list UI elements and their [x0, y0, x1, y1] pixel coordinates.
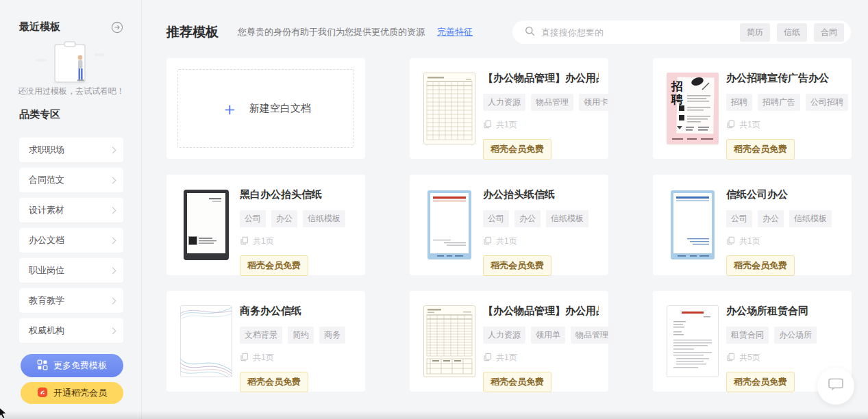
pages-count: 共1页: [253, 236, 274, 247]
template-card[interactable]: 【办公物品管理】办公用品… 人力资源物品管理领用卡 共1页 稻壳会员免费: [410, 58, 608, 159]
new-blank-document-card[interactable]: ＋ 新建空白文档: [166, 58, 365, 159]
template-pages: 共1页: [726, 236, 842, 247]
template-tag: 信纸模板: [303, 210, 345, 227]
template-card[interactable]: 【办公物品管理】办公用品… 人力资源领用单物品管理 共1页 稻壳会员免费: [410, 291, 608, 392]
template-pages: 共1页: [240, 352, 356, 364]
search-hot-tag[interactable]: 信纸: [777, 23, 807, 42]
chevron-right-icon: [110, 147, 116, 153]
plus-icon: ＋: [221, 100, 238, 118]
svg-text:招: 招: [671, 80, 683, 93]
category-list: 求职职场合同范文设计素材办公文档职业岗位教育教学权威机构: [19, 138, 123, 348]
pages-icon: [483, 353, 492, 364]
template-tag: 办公场所: [774, 327, 817, 344]
member-free-badge: 稻壳会员免费: [483, 139, 551, 160]
member-free-badge: 稻壳会员免费: [726, 255, 795, 276]
member-free-badge: 稻壳会员免费: [240, 255, 308, 276]
template-thumbnail: [180, 189, 232, 261]
template-card[interactable]: 商务办公信纸 文档背景简约商务 共1页 稻壳会员免费: [166, 291, 365, 392]
category-label: 设计素材: [29, 204, 64, 216]
sidebar: 最近模板 还没用过模板，去试试看吧！ 品类专区 求职职场合同范文设计素材办公文档…: [0, 0, 142, 419]
sidebar-category-item[interactable]: 职业岗位: [19, 258, 123, 283]
complete-profile-link[interactable]: 完善特征: [437, 26, 473, 38]
template-thumbnail: [667, 305, 719, 377]
recent-templates-title: 最近模板: [19, 21, 60, 34]
pages-count: 共1页: [253, 352, 274, 364]
template-tag: 公司: [240, 210, 266, 227]
pages-count: 共1页: [739, 119, 760, 131]
empty-clipboard-illustration: [34, 40, 107, 89]
search-hot-tag[interactable]: 简历: [740, 23, 770, 42]
template-tag: 办公: [271, 210, 297, 227]
template-pages: 共1页: [483, 236, 599, 247]
pages-count: 共1页: [496, 236, 517, 247]
sidebar-category-item[interactable]: 求职职场: [19, 138, 123, 162]
pages-icon: [726, 353, 735, 364]
template-title: 办公场所租赁合同: [726, 304, 842, 318]
chevron-right-icon: [110, 267, 116, 274]
category-section-title: 品类专区: [19, 108, 60, 121]
template-title: 【办公物品管理】办公用品…: [483, 304, 599, 318]
recent-templates-header: 最近模板: [19, 21, 123, 34]
new-blank-document-label: 新建空白文档: [249, 102, 311, 115]
search-hot-tags: 简历信纸合同: [740, 23, 844, 42]
pages-count: 共1页: [496, 352, 517, 364]
template-tags: 招聘招聘广告公司招聘: [726, 94, 842, 111]
template-card[interactable]: 黑白办公抬头信纸 公司办公信纸模板 共1页 稻壳会员免费: [166, 175, 365, 275]
customer-service-chat-button[interactable]: [817, 368, 854, 405]
member-free-badge: 稻壳会员免费: [726, 139, 795, 160]
search-input[interactable]: [541, 27, 740, 38]
category-label: 权威机构: [29, 325, 64, 337]
sidebar-category-item[interactable]: 教育教学: [19, 288, 123, 313]
category-label: 合同范文: [29, 174, 64, 186]
open-docer-membership-label: 开通稻壳会员: [53, 387, 107, 399]
template-thumbnail: [423, 73, 475, 144]
template-card[interactable]: 办公抬头纸信纸 公司办公信纸模板 共1页 稻壳会员免费: [410, 175, 608, 275]
template-thumbnail: [667, 189, 719, 261]
template-tag: 公司: [726, 210, 752, 227]
open-docer-membership-button[interactable]: 开通稻壳会员: [21, 382, 123, 404]
pages-count: 共1页: [496, 119, 517, 131]
search-bar[interactable]: 简历信纸合同: [512, 21, 851, 44]
template-grid: ＋ 新建空白文档 【办公物品管理】办公用品… 人力资源物品管理领用卡 共1页 稻…: [166, 58, 852, 392]
expand-arrow-icon[interactable]: [111, 21, 123, 34]
sidebar-category-item[interactable]: 合同范文: [19, 168, 123, 192]
template-card[interactable]: 信纸公司办公 公司办公信纸模板 共1页 稻壳会员免费: [653, 175, 852, 275]
category-label: 办公文档: [29, 234, 64, 246]
pages-icon: [240, 353, 249, 364]
new-blank-document-target[interactable]: ＋ 新建空白文档: [177, 69, 354, 148]
template-thumbnail: [423, 189, 475, 261]
category-label: 教育教学: [29, 294, 64, 307]
sidebar-category-item[interactable]: 办公文档: [19, 228, 123, 253]
template-card[interactable]: 招聘 办公招聘宣传广告办公 招聘招聘广告公司招聘 共1页 稻壳会员免费: [653, 58, 852, 159]
category-label: 职业岗位: [29, 264, 64, 277]
identity-hint-text: 您尊贵的身份有助于我们为您提供更优质的资源: [238, 26, 425, 38]
category-label: 求职职场: [29, 144, 64, 156]
template-tags: 文档背景简约商务: [240, 327, 356, 344]
template-tags: 公司办公信纸模板: [240, 210, 356, 227]
template-tags: 人力资源物品管理领用卡: [483, 94, 599, 111]
template-tag: 公司招聘: [806, 94, 848, 111]
template-tag: 人力资源: [483, 94, 525, 111]
chat-bubble-icon: [828, 378, 843, 394]
pages-icon: [483, 236, 492, 247]
chevron-right-icon: [110, 327, 116, 334]
chevron-right-icon: [110, 237, 116, 244]
search-hot-tag[interactable]: 合同: [814, 23, 844, 42]
member-free-badge: 稻壳会员免费: [240, 372, 308, 392]
template-tags: 人力资源领用单物品管理: [483, 327, 599, 344]
template-tag: 领用卡: [579, 94, 613, 111]
pages-icon: [726, 120, 735, 131]
template-thumbnail: [180, 305, 232, 377]
sidebar-category-item[interactable]: 权威机构: [19, 318, 123, 343]
more-free-templates-button[interactable]: 更多免费模板: [21, 354, 123, 377]
empty-state-text: 还没用过模板，去试试看吧！: [7, 86, 136, 97]
template-tag: 办公: [514, 210, 541, 227]
sidebar-category-item[interactable]: 设计素材: [19, 198, 123, 223]
member-free-badge: 稻壳会员免费: [483, 372, 551, 392]
main-content: 推荐模板 您尊贵的身份有助于我们为您提供更优质的资源 完善特征 简历信纸合同 ＋…: [142, 0, 868, 419]
recommended-header: 推荐模板 您尊贵的身份有助于我们为您提供更优质的资源 完善特征: [166, 21, 473, 44]
template-title: 办公招聘宣传广告办公: [726, 71, 842, 85]
template-tag: 商务: [319, 327, 345, 344]
template-pages: 共1页: [240, 236, 356, 247]
template-thumbnail: 招聘: [667, 73, 719, 144]
